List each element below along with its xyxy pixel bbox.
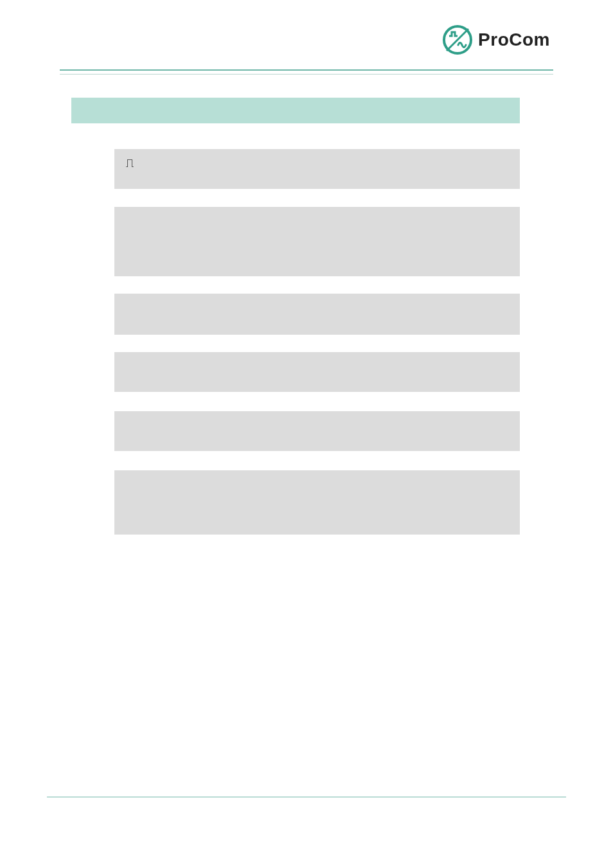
content-block-6 [114,470,520,535]
brand-name: ProCom [478,30,550,50]
content-block-2 [114,207,520,276]
content-block-5 [114,411,520,451]
document-page: ProCom ⎍ [0,0,613,868]
header-divider [60,69,553,75]
footer-divider [47,797,566,797]
content-block-4 [114,352,520,392]
brand-mark-icon [442,24,473,55]
content-block-3 [114,294,520,335]
section-heading-bar [71,98,520,123]
brand-logo: ProCom [442,24,550,55]
pulse-glyph-icon: ⎍ [126,155,134,170]
content-block-1: ⎍ [114,149,520,189]
